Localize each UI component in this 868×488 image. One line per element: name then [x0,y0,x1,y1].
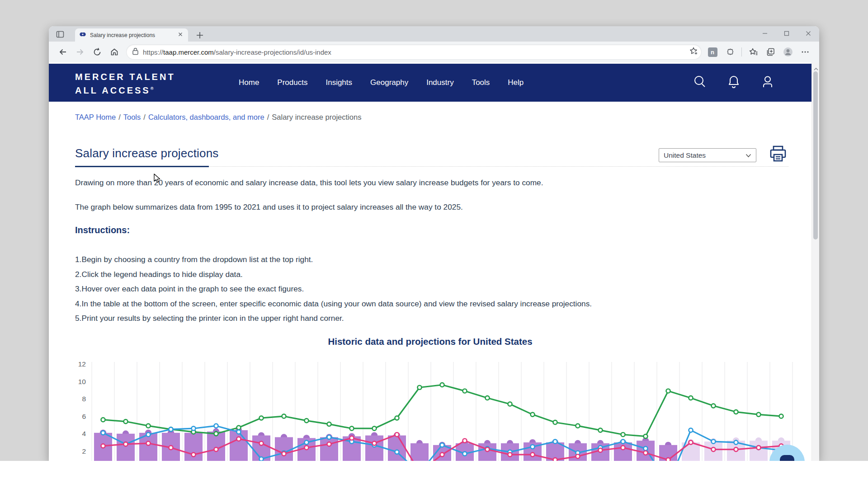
printer-icon[interactable] [769,145,788,164]
breadcrumb-separator: / [267,113,269,121]
browser-tab[interactable]: Salary increase projections [75,28,188,42]
new-tab-button[interactable] [194,30,205,41]
breadcrumb-link-taap-home[interactable]: TAAP Home [75,113,116,121]
page-scrollbar[interactable] [811,62,819,461]
toolbar-extensions-area: n [704,44,814,60]
breadcrumb-separator: / [143,113,146,121]
instruction-item-4: 4.In the table at the bottom of the scre… [75,296,592,311]
y-axis-tick: 2 [82,447,86,455]
nav-item-help[interactable]: Help [508,78,524,87]
url-domain: taap.mercer.com [163,48,214,56]
home-button[interactable] [107,44,122,60]
logo-line1: MERCER TALENT [75,71,175,83]
instruction-item-2: 2.Click the legend headings to hide disp… [75,267,592,282]
chevron-down-icon [745,151,751,160]
window-controls [754,26,819,41]
y-axis-tick: 6 [82,413,86,420]
site-navbar: MERCER TALENT ALL ACCESS® Home Products … [49,64,811,102]
instruction-item-1: 1.Begin by choosing a country from the d… [75,252,592,267]
profile-avatar-icon[interactable] [780,44,796,60]
maximize-button[interactable] [776,26,797,41]
tab-title: Salary increase projections [90,32,177,38]
breadcrumb-separator: / [118,113,121,121]
y-axis-tick: 12 [78,360,86,368]
breadcrumb-link-calculators[interactable]: Calculators, dashboards, and more [148,113,264,121]
url-path: /salary-increase-projections/id/us-index [214,48,331,56]
tab-close-icon[interactable] [177,31,184,40]
nav-item-geography[interactable]: Geography [370,78,408,87]
back-button[interactable] [55,44,71,60]
instructions-list: 1.Begin by choosing a country from the d… [75,252,592,326]
extensions-puzzle-icon[interactable] [722,44,737,60]
browser-tab-strip: Salary increase projections [49,26,819,42]
chart-title: Historic data and projections for United… [49,336,811,347]
tab-workspaces-icon[interactable] [55,29,65,39]
user-account-icon[interactable] [761,75,774,90]
registered-mark: ® [151,86,154,91]
url-scheme: https:// [143,48,163,56]
nav-item-insights[interactable]: Insights [326,78,352,87]
scrollbar-thumb[interactable] [813,71,818,239]
logo-line2: ALL ACCESS® [75,83,175,96]
breadcrumb: TAAP Home/Tools/Calculators, dashboards,… [75,113,361,122]
toolbar-divider [741,47,742,56]
extension-n-badge: n [708,47,717,57]
bar-2009 [410,440,429,461]
instructions-heading: Instructions: [75,225,130,235]
nav-item-tools[interactable]: Tools [472,78,490,87]
desktop-background: Salary increase projections [0,0,868,488]
close-window-button[interactable] [797,26,819,41]
bar-2014 [524,439,542,461]
add-favorite-star-icon[interactable] [689,46,698,58]
page-viewport: MERCER TALENT ALL ACCESS® Home Products … [49,62,819,461]
screen-bottom-strip [0,461,868,488]
browser-toolbar: https://taap.mercer.com/salary-increase-… [49,42,819,62]
y-axis-tick: 8 [82,395,86,403]
lock-icon [132,47,139,57]
title-underline [75,166,209,167]
intro-paragraph-2: The graph below summarizes data from 199… [75,202,463,212]
settings-more-icon[interactable] [797,44,813,60]
country-select-value: United States [664,151,745,160]
breadcrumb-link-tools[interactable]: Tools [123,113,141,121]
page-title: Salary increase projections [75,146,219,160]
refresh-button[interactable] [90,44,105,60]
site-nav-menu: Home Products Insights Geography Industr… [239,64,524,102]
browser-window: Salary increase projections [49,26,819,461]
mouse-cursor [154,174,162,185]
site-nav-icons [693,64,774,102]
url-text: https://taap.mercer.com/salary-increase-… [143,48,689,56]
favorites-star-icon[interactable] [746,44,761,60]
instruction-item-3: 3.Hover over each data point in the grap… [75,282,592,296]
instruction-item-5: 5.Print your results by selecting the pr… [75,311,592,326]
collections-icon[interactable] [763,44,778,60]
breadcrumb-current: Salary increase projections [272,113,361,121]
forward-button[interactable] [72,44,88,60]
salary-projections-chart[interactable]: 12108642 [62,356,811,461]
tab-favicon-mercer-icon [79,31,86,40]
search-icon[interactable] [693,75,707,90]
address-bar[interactable]: https://taap.mercer.com/salary-increase-… [127,45,701,59]
nav-item-industry[interactable]: Industry [426,78,453,87]
nav-item-home[interactable]: Home [239,78,259,87]
nav-item-products[interactable]: Products [277,78,307,87]
notifications-bell-icon[interactable] [727,75,740,90]
mercer-taap-logo[interactable]: MERCER TALENT ALL ACCESS® [75,71,175,96]
country-select[interactable]: United States [659,148,756,162]
minimize-button[interactable] [754,26,776,41]
y-axis-tick: 10 [78,378,86,385]
extension-n-icon[interactable]: n [705,44,720,60]
intro-paragraph-1: Drawing on more than 20 years of economi… [75,178,543,188]
chat-bot-icon [780,455,794,461]
y-axis-tick: 4 [82,430,86,437]
bar-2003 [275,434,293,461]
